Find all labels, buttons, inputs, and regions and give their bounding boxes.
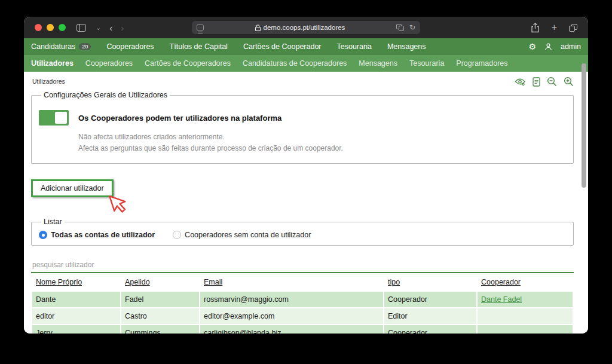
sub-nav: Utilizadores Cooperadores Cartões de Coo… <box>24 55 588 72</box>
address-bar[interactable]: demo.coops.pt/utilizadores ↻ <box>192 21 420 34</box>
settings-note-1: Não afecta utilizadores criados anterior… <box>78 131 566 143</box>
traffic-lights <box>35 24 66 31</box>
logged-in-user[interactable]: admin <box>561 42 581 51</box>
lock-icon <box>255 25 261 31</box>
general-settings-fieldset: Configurações Gerais de Utilizadores Os … <box>31 91 574 164</box>
table-row[interactable]: Jerry Cummings carligibson@blanda.biz Co… <box>32 325 573 334</box>
table-header-row: Nome Próprio Apelido Email tipo Cooperad… <box>32 274 573 290</box>
sort-header-cooperador[interactable]: Cooperador <box>478 274 573 290</box>
subnav-item-programadores[interactable]: Programadores <box>456 59 507 68</box>
radio-cooperators-without-account[interactable]: Cooperadores sem conta de utilizador <box>173 231 311 239</box>
cooperators-can-have-users-toggle[interactable] <box>39 110 69 126</box>
page-scrollbar-thumb[interactable] <box>582 63 586 188</box>
cooperador-link[interactable]: Dante Fadel <box>481 295 522 304</box>
sidebar-toggle-icon[interactable] <box>76 24 86 32</box>
sort-header-apelido[interactable]: Apelido <box>121 274 199 290</box>
nav-item-cartoes-de-cooperador[interactable]: Cartões de Cooperador <box>243 42 322 51</box>
close-window-button[interactable] <box>35 24 42 31</box>
back-button[interactable]: ‹ <box>109 23 112 32</box>
radio-all-user-accounts[interactable]: Todas as contas de utilizador <box>39 231 155 239</box>
subnav-item-candidaturas-de-cooperadores[interactable]: Candidaturas de Cooperadores <box>243 59 347 68</box>
screenshot-root: ⌄ ‹ › demo.coops.pt/utilizadores ↻ <box>0 0 612 364</box>
nav-item-mensagens[interactable]: Mensagens <box>387 42 426 51</box>
nav-item-titulos-de-capital[interactable]: Títulos de Capital <box>170 42 228 51</box>
search-user-input[interactable] <box>31 259 574 273</box>
safari-window: ⌄ ‹ › demo.coops.pt/utilizadores ↻ <box>24 17 588 334</box>
listar-fieldset: Listar Todas as contas de utilizador Coo… <box>31 218 574 246</box>
settings-legend: Configurações Gerais de Utilizadores <box>41 91 170 99</box>
subnav-item-tesouraria[interactable]: Tesouraria <box>409 59 444 68</box>
zoom-window-button[interactable] <box>59 24 66 31</box>
settings-note-2: Afecta as perguntas que são feitas duran… <box>78 143 566 154</box>
sort-header-email[interactable]: Email <box>200 274 383 290</box>
table-row[interactable]: Dante Fadel rossmarvin@maggio.com Cooper… <box>32 292 573 307</box>
listar-legend: Listar <box>41 218 65 226</box>
new-tab-button[interactable]: + <box>552 23 557 32</box>
settings-gear-icon[interactable]: ⚙ <box>528 42 536 51</box>
settings-notes: Não afecta utilizadores criados anterior… <box>78 131 566 154</box>
minimize-window-button[interactable] <box>47 24 54 31</box>
nav-item-cooperadores[interactable]: Cooperadores <box>106 42 154 51</box>
table-row[interactable]: editor Castro editor@example.com Editor <box>32 308 573 324</box>
users-table: Nome Próprio Apelido Email tipo Cooperad… <box>31 273 574 334</box>
add-user-button[interactable]: Adicionar utilizador <box>31 179 114 197</box>
subnav-item-mensagens[interactable]: Mensagens <box>359 59 397 68</box>
nav-item-tesouraria[interactable]: Tesouraria <box>337 42 372 51</box>
chevron-down-icon[interactable]: ⌄ <box>96 24 101 32</box>
page-content: Utilizadores <box>24 72 588 334</box>
tab-overview-icon[interactable] <box>569 24 577 32</box>
browser-titlebar: ⌄ ‹ › demo.coops.pt/utilizadores ↻ <box>24 17 588 38</box>
translate-icon[interactable] <box>396 24 404 31</box>
document-icon[interactable] <box>533 77 540 87</box>
zoom-in-icon[interactable] <box>564 77 574 87</box>
candidaturas-count-badge: 20 <box>79 43 91 50</box>
radio-selected-icon <box>39 231 47 239</box>
toggle-label: Os Cooperadores podem ter utilizadores n… <box>78 114 281 123</box>
breadcrumb: Utilizadores <box>31 75 574 86</box>
sort-header-nome-proprio[interactable]: Nome Próprio <box>32 274 120 290</box>
user-icon <box>544 43 552 51</box>
share-icon[interactable] <box>531 23 540 33</box>
page-settings-icon[interactable] <box>197 25 204 30</box>
url-text: demo.coops.pt/utilizadores <box>264 24 345 31</box>
radio-unselected-icon <box>173 231 181 239</box>
view-settings-eye-icon[interactable] <box>515 77 526 86</box>
zoom-out-icon[interactable] <box>547 77 557 87</box>
forward-button: › <box>121 23 124 32</box>
nav-item-candidaturas[interactable]: Candidaturas 20 <box>31 42 91 51</box>
subnav-item-cooperadores[interactable]: Cooperadores <box>85 59 133 68</box>
reload-icon[interactable]: ↻ <box>409 23 415 32</box>
subnav-item-cartoes-de-cooperadores[interactable]: Cartões de Cooperadores <box>145 59 231 68</box>
sort-header-tipo[interactable]: tipo <box>384 274 476 290</box>
toggle-knob <box>55 112 67 124</box>
page-action-icons <box>515 77 574 87</box>
main-nav: Candidaturas 20 Cooperadores Títulos de … <box>24 38 588 55</box>
subnav-item-utilizadores[interactable]: Utilizadores <box>31 59 74 68</box>
